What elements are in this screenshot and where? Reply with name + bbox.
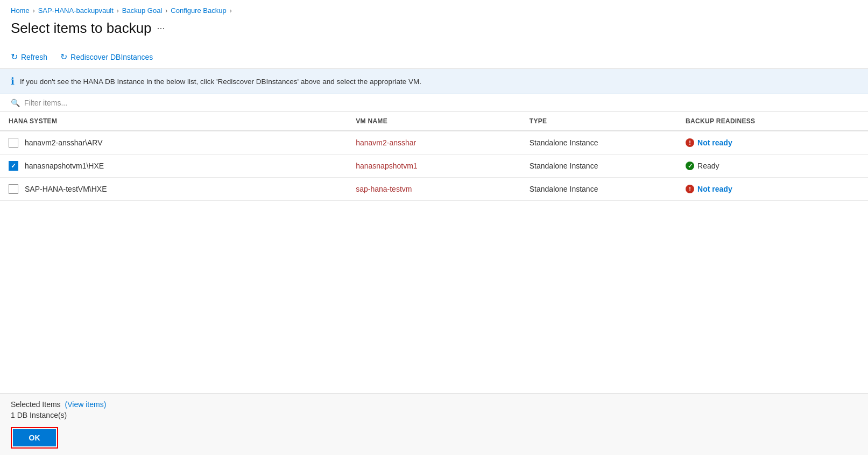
- rediscover-label: Rediscover DBInstances: [70, 53, 153, 61]
- breadcrumb-home[interactable]: Home: [11, 6, 30, 15]
- table-row: hanavm2-ansshar\ARVhanavm2-anssharStanda…: [0, 131, 868, 155]
- vm-name-2: sap-hana-testvm: [347, 178, 521, 201]
- page-title-row: Select items to backup ···: [0, 18, 868, 45]
- footer-selected-row: Selected Items (View items): [11, 400, 857, 409]
- rediscover-button[interactable]: ↻ Rediscover DBInstances: [60, 50, 153, 64]
- info-message: If you don't see the HANA DB Instance in…: [20, 78, 421, 86]
- hana-system-name-2: SAP-HANA-testVM\HXE: [25, 185, 107, 193]
- breadcrumb-sep-4: ›: [230, 7, 232, 15]
- row-checkbox-0[interactable]: [9, 138, 18, 148]
- readiness-2: !Not ready: [677, 178, 868, 201]
- type-2: Standalone Instance: [521, 178, 677, 201]
- status-icon-2: !: [686, 185, 694, 193]
- info-icon: ℹ: [11, 75, 15, 87]
- hana-system-name-1: hanasnapshotvm1\HXE: [25, 162, 104, 170]
- status-icon-0: !: [686, 138, 694, 147]
- table-header-row: HANA System VM Name TYPE BACKUP READINES…: [0, 112, 868, 131]
- breadcrumb-configure[interactable]: Configure Backup: [171, 6, 226, 15]
- vm-name-0: hanavm2-ansshar: [347, 131, 521, 155]
- rediscover-icon: ↻: [60, 52, 67, 62]
- row-checkbox-2[interactable]: [9, 184, 18, 194]
- footer: Selected Items (View items) 1 DB Instanc…: [0, 393, 868, 455]
- selected-items-label: Selected Items: [11, 400, 61, 409]
- ok-button[interactable]: OK: [13, 429, 56, 446]
- page-title: Select items to backup: [11, 20, 152, 37]
- table-body: hanavm2-ansshar\ARVhanavm2-anssharStanda…: [0, 131, 868, 201]
- breadcrumb-sep-2: ›: [117, 7, 119, 15]
- view-items-link[interactable]: (View items): [65, 400, 107, 409]
- filter-row: 🔍: [0, 94, 868, 112]
- refresh-icon: ↻: [11, 52, 18, 62]
- readiness-text-2: Not ready: [697, 185, 732, 193]
- row-checkbox-1[interactable]: [9, 161, 18, 171]
- readiness-0: !Not ready: [677, 131, 868, 155]
- col-header-type: TYPE: [521, 112, 677, 131]
- table-row: SAP-HANA-testVM\HXEsap-hana-testvmStanda…: [0, 178, 868, 201]
- readiness-text-0: Not ready: [697, 138, 732, 147]
- filter-input[interactable]: [24, 99, 857, 107]
- readiness-text-1: Ready: [697, 162, 719, 170]
- breadcrumb-sep-3: ›: [165, 7, 167, 15]
- search-icon: 🔍: [11, 99, 20, 107]
- items-table: HANA System VM Name TYPE BACKUP READINES…: [0, 112, 868, 201]
- breadcrumb-sep-1: ›: [33, 7, 35, 15]
- status-icon-1: ✓: [686, 162, 694, 170]
- readiness-1: ✓Ready: [677, 155, 868, 178]
- info-banner: ℹ If you don't see the HANA DB Instance …: [0, 69, 868, 94]
- breadcrumb-goal[interactable]: Backup Goal: [122, 6, 162, 15]
- refresh-label: Refresh: [21, 53, 47, 61]
- type-1: Standalone Instance: [521, 155, 677, 178]
- breadcrumb: Home › SAP-HANA-backupvault › Backup Goa…: [0, 0, 868, 18]
- refresh-button[interactable]: ↻ Refresh: [11, 50, 47, 64]
- filter-input-wrapper: 🔍: [11, 99, 857, 107]
- table-container: HANA System VM Name TYPE BACKUP READINES…: [0, 112, 868, 393]
- page-container: Home › SAP-HANA-backupvault › Backup Goa…: [0, 0, 868, 455]
- col-header-vm-name: VM Name: [347, 112, 521, 131]
- breadcrumb-vault[interactable]: SAP-HANA-backupvault: [38, 6, 114, 15]
- table-row: hanasnapshotvm1\HXEhanasnapshotvm1Standa…: [0, 155, 868, 178]
- hana-system-name-0: hanavm2-ansshar\ARV: [25, 138, 102, 147]
- title-menu-button[interactable]: ···: [157, 23, 165, 34]
- col-header-backup-readiness: BACKUP READINESS: [677, 112, 868, 131]
- col-header-hana-system: HANA System: [0, 112, 347, 131]
- footer-count: 1 DB Instance(s): [11, 411, 857, 419]
- ok-button-wrapper: OK: [11, 427, 58, 449]
- vm-name-1: hanasnapshotvm1: [347, 155, 521, 178]
- type-0: Standalone Instance: [521, 131, 677, 155]
- toolbar: ↻ Refresh ↻ Rediscover DBInstances: [0, 45, 868, 69]
